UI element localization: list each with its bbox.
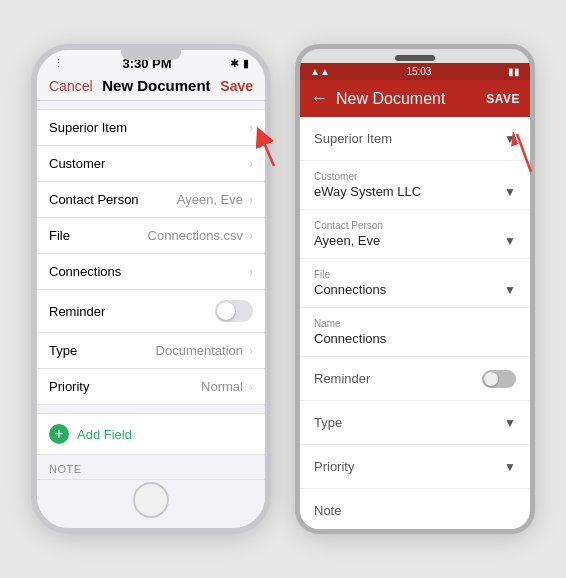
chevron-right-icon: › — [249, 344, 253, 358]
ios-title: New Document — [102, 77, 210, 94]
ios-add-field-row[interactable]: + Add Field — [37, 413, 265, 455]
chevron-right-icon: › — [249, 229, 253, 243]
dropdown-arrow-icon: ▼ — [504, 460, 516, 474]
ios-bluetooth-icon: ✱ — [230, 57, 239, 70]
chevron-right-icon: › — [249, 380, 253, 394]
android-field-label: Name — [314, 318, 516, 329]
android-navbar: ← New Document SAVE — [300, 80, 530, 117]
ios-row-reminder[interactable]: Reminder — [37, 290, 265, 333]
ios-priority-value: Normal — [201, 379, 243, 394]
chevron-right-icon: › — [249, 157, 253, 171]
android-field-file[interactable]: File Connections ▼ — [300, 259, 530, 308]
dropdown-arrow-icon: ▼ — [504, 185, 516, 199]
android-contact-value: Ayeen, Eve — [314, 233, 380, 248]
chevron-right-icon: › — [249, 193, 253, 207]
android-save-button[interactable]: SAVE — [486, 92, 520, 106]
ios-home-button[interactable] — [133, 482, 169, 518]
android-field-value: eWay System LLC ▼ — [314, 184, 516, 199]
ios-wifi-icon: ⋮ — [53, 57, 64, 70]
android-status-bar: ▲▲ 15:03 ▮▮ — [300, 63, 530, 80]
ios-phone: ⋮ 3:30 PM ✱ ▮ Cancel New Document Save S… — [31, 44, 271, 534]
android-customer-value: eWay System LLC — [314, 184, 421, 199]
android-field-priority[interactable]: Priority ▼ — [300, 445, 530, 489]
ios-row-connections[interactable]: Connections › — [37, 254, 265, 290]
android-field-value: Connections ▼ — [314, 282, 516, 297]
android-type-label: Type — [314, 415, 342, 430]
ios-file-value: Connections.csv — [148, 228, 243, 243]
ios-save-button[interactable]: Save — [220, 78, 253, 94]
android-field-value: Ayeen, Eve ▼ — [314, 233, 516, 248]
android-reminder-label: Reminder — [314, 371, 370, 386]
android-title: New Document — [336, 90, 478, 108]
ios-battery-icon: ▮ — [243, 57, 249, 70]
android-field-label: Customer — [314, 171, 516, 182]
ios-row-contact-person[interactable]: Contact Person Ayeen, Eve › — [37, 182, 265, 218]
chevron-right-icon: › — [249, 121, 253, 135]
ios-row-label: Superior Item — [49, 120, 127, 135]
android-reminder-toggle[interactable] — [482, 370, 516, 388]
ios-row-customer[interactable]: Customer › — [37, 146, 265, 182]
ios-add-field-label: Add Field — [77, 427, 132, 442]
android-field-name[interactable]: Name Connections — [300, 308, 530, 357]
ios-notch — [121, 50, 181, 60]
ios-row-label: Contact Person — [49, 192, 139, 207]
android-battery-icon: ▮▮ — [508, 66, 520, 77]
add-icon: + — [49, 424, 69, 444]
ios-phone-wrapper: ⋮ 3:30 PM ✱ ▮ Cancel New Document Save S… — [31, 44, 271, 534]
android-field-superior-item[interactable]: Superior Item ▼ — [300, 117, 530, 161]
ios-reminder-toggle[interactable] — [215, 300, 253, 322]
android-field-label: File — [314, 269, 516, 280]
android-speaker — [395, 55, 435, 61]
android-phone-wrapper: ▲▲ 15:03 ▮▮ ← New Document SAVE Superior… — [295, 44, 535, 534]
ios-cancel-button[interactable]: Cancel — [49, 78, 93, 94]
ios-row-superior-item[interactable]: Superior Item › — [37, 109, 265, 146]
ios-row-label: Reminder — [49, 304, 105, 319]
android-time: 15:03 — [406, 66, 431, 77]
android-field-note[interactable]: Note — [300, 489, 530, 529]
dropdown-arrow-icon: ▼ — [504, 283, 516, 297]
ios-row-file[interactable]: File Connections.csv › — [37, 218, 265, 254]
android-form-content: Superior Item ▼ Customer eWay System LLC… — [300, 117, 530, 529]
chevron-right-icon: › — [249, 265, 253, 279]
ios-note-section-header: NOTE — [37, 455, 265, 479]
dropdown-arrow-icon: ▼ — [504, 416, 516, 430]
android-field-contact-person[interactable]: Contact Person Ayeen, Eve ▼ — [300, 210, 530, 259]
android-name-value: Connections — [314, 331, 386, 346]
ios-navbar: Cancel New Document Save — [37, 71, 265, 101]
ios-row-label: Customer — [49, 156, 105, 171]
android-field-customer[interactable]: Customer eWay System LLC ▼ — [300, 161, 530, 210]
ios-row-type[interactable]: Type Documentation › — [37, 333, 265, 369]
android-file-value: Connections — [314, 282, 386, 297]
android-field-type[interactable]: Type ▼ — [300, 401, 530, 445]
scene: ⋮ 3:30 PM ✱ ▮ Cancel New Document Save S… — [11, 24, 555, 554]
android-field-value: Connections — [314, 331, 516, 346]
ios-status-icons: ✱ ▮ — [230, 57, 249, 70]
android-field-label: Superior Item — [314, 131, 392, 146]
ios-row-label: Priority — [49, 379, 89, 394]
ios-row-priority[interactable]: Priority Normal › — [37, 369, 265, 405]
android-phone: ▲▲ 15:03 ▮▮ ← New Document SAVE Superior… — [295, 44, 535, 534]
android-back-button[interactable]: ← — [310, 88, 328, 109]
ios-row-label: Connections — [49, 264, 121, 279]
ios-row-label: Type — [49, 343, 77, 358]
ios-contact-person-value: Ayeen, Eve — [177, 192, 243, 207]
android-priority-label: Priority — [314, 459, 354, 474]
dropdown-arrow-icon: ▼ — [504, 234, 516, 248]
android-field-reminder[interactable]: Reminder — [300, 357, 530, 401]
ios-type-value: Documentation — [156, 343, 243, 358]
android-signal-icon: ▲▲ — [310, 66, 330, 77]
android-note-label: Note — [314, 503, 341, 518]
dropdown-arrow-icon: ▼ — [504, 132, 516, 146]
ios-form-content: Superior Item › Customer › Contact Perso… — [37, 101, 265, 480]
android-field-label: Contact Person — [314, 220, 516, 231]
ios-row-label: File — [49, 228, 70, 243]
